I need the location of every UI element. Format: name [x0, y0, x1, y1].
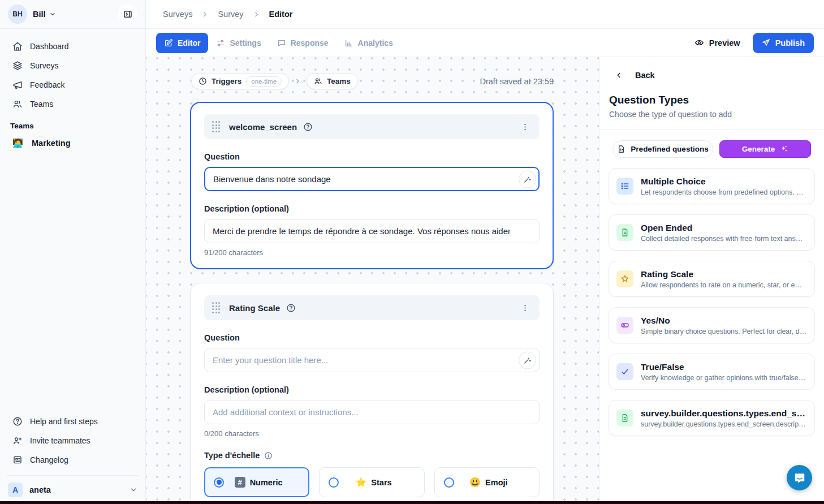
radio-unselected[interactable]	[329, 477, 339, 488]
scale-option-numeric[interactable]: # Numeric	[204, 467, 309, 497]
user-name[interactable]: Bill	[33, 10, 46, 19]
chat-bubble-icon	[277, 38, 286, 48]
sidebar-item-feedback[interactable]: Feedback	[7, 75, 139, 94]
scale-option-stars[interactable]: ⭐ Stars	[319, 467, 424, 497]
preview-button[interactable]: Preview	[694, 38, 740, 48]
triggers-label: Triggers	[212, 77, 241, 85]
hash-keycap-icon: #	[235, 477, 245, 488]
generate-button[interactable]: Generate	[719, 140, 811, 158]
tab-settings[interactable]: Settings	[208, 33, 269, 53]
sidebar-item-teams[interactable]: Teams	[7, 94, 139, 114]
description-label: Description (optional)	[204, 385, 540, 394]
question-card-welcome-screen[interactable]: welcome_screen Question Description (opt…	[190, 102, 554, 269]
sidebar-item-label: Help and first steps	[30, 417, 98, 426]
pencil-square-icon	[164, 38, 173, 48]
question-description-input[interactable]	[204, 400, 540, 424]
tab-response[interactable]: Response	[269, 33, 336, 53]
question-label: Question	[204, 152, 540, 161]
scale-option-label: Stars	[371, 478, 391, 487]
char-count: 91/200 characters	[204, 248, 540, 257]
question-type-title: Multiple Choice	[641, 176, 807, 187]
tab-analytics[interactable]: Analytics	[336, 33, 401, 53]
sidebar-collapse-button[interactable]	[118, 5, 137, 24]
chevron-down-icon	[130, 486, 137, 494]
radio-unselected[interactable]	[444, 477, 454, 488]
tab-label: Settings	[230, 38, 261, 48]
breadcrumb-surveys[interactable]: Surveys	[163, 10, 192, 19]
users-icon	[12, 99, 23, 109]
bar-chart-icon	[344, 38, 353, 48]
question-card-rating-scale[interactable]: Rating Scale Question Description (optio…	[190, 283, 554, 504]
back-label: Back	[635, 71, 655, 80]
sidebar-item-help[interactable]: Help and first steps	[7, 412, 139, 431]
question-card-title: welcome_screen	[229, 122, 297, 132]
question-title-input[interactable]	[204, 167, 540, 191]
question-description-input[interactable]	[204, 219, 540, 243]
teams-chip-label: Teams	[327, 77, 351, 85]
breadcrumb-survey[interactable]: Survey	[218, 10, 243, 19]
description-label: Description (optional)	[204, 204, 540, 213]
sidebar-item-changelog[interactable]: Changelog	[7, 450, 139, 469]
panel-subtitle: Choose the type of question to add	[609, 110, 815, 119]
scale-option-emoji[interactable]: 😃 Emoji	[434, 467, 540, 497]
publish-button[interactable]: Publish	[753, 33, 814, 53]
document-code-icon	[617, 145, 625, 153]
question-card-header[interactable]: Rating Scale	[204, 295, 540, 320]
question-types-panel: Back Question Types Choose the type of q…	[599, 57, 824, 504]
org-switcher[interactable]: A aneta	[0, 476, 145, 504]
question-type-title: True/False	[641, 362, 807, 372]
chat-launcher-button[interactable]	[787, 465, 812, 490]
toggle-icon	[616, 317, 633, 334]
info-icon[interactable]	[264, 451, 273, 460]
sidebar-item-invite[interactable]: Invite teammates	[7, 431, 139, 450]
help-circle-icon	[12, 416, 23, 427]
question-type-open-ended[interactable]: Open Ended Collect detailed responses wi…	[609, 214, 815, 251]
user-plus-icon	[12, 436, 23, 446]
layers-icon	[12, 61, 23, 71]
triggers-chip[interactable]: Triggers one-time	[191, 73, 289, 89]
divider	[599, 130, 824, 130]
help-circle-icon[interactable]	[286, 303, 296, 313]
question-type-multiple-choice[interactable]: Multiple Choice Let respondents choose f…	[609, 168, 815, 204]
question-type-title: survey.builder.questions.types.end_scr..…	[641, 408, 807, 419]
kebab-menu-icon[interactable]	[519, 301, 532, 315]
ai-wand-button[interactable]	[519, 170, 536, 188]
question-type-title: Open Ended	[641, 223, 807, 233]
question-card-header[interactable]: welcome_screen	[204, 114, 540, 139]
tab-label: Analytics	[358, 38, 393, 48]
sidebar-item-marketing[interactable]: 🧑‍💻 Marketing	[7, 133, 139, 153]
home-icon	[12, 41, 23, 51]
star-emoji-icon: ⭐	[355, 477, 366, 488]
panel-collapse-icon	[123, 9, 133, 19]
preview-label: Preview	[709, 38, 740, 48]
generate-label: Generate	[742, 145, 775, 153]
kebab-menu-icon[interactable]	[519, 120, 532, 133]
question-type-rating-scale[interactable]: Rating Scale Allow respondents to rate o…	[609, 261, 815, 297]
avatar[interactable]: BH	[8, 5, 27, 24]
predefined-questions-button[interactable]: Predefined questions	[612, 140, 713, 158]
sidebar-item-label: Surveys	[30, 61, 59, 70]
breadcrumb: Surveys Survey Editor	[146, 0, 824, 29]
tab-editor[interactable]: Editor	[156, 33, 208, 53]
help-circle-icon[interactable]	[303, 122, 313, 132]
eye-icon	[694, 38, 704, 48]
team-name: Marketing	[32, 139, 71, 148]
drag-handle-icon[interactable]	[212, 121, 220, 132]
question-type-end-screen[interactable]: survey.builder.questions.types.end_scr..…	[609, 400, 815, 436]
breadcrumb-editor: Editor	[269, 10, 293, 19]
back-button[interactable]: Back	[609, 71, 815, 80]
send-icon	[762, 38, 770, 47]
chevron-right-icon	[253, 11, 260, 18]
teams-chip[interactable]: Teams	[307, 73, 358, 89]
newspaper-icon	[12, 455, 23, 465]
question-type-true-false[interactable]: True/False Verify knowledge or gather op…	[609, 354, 815, 390]
radio-selected[interactable]	[214, 477, 224, 488]
sidebar-item-label: Teams	[30, 100, 53, 109]
ai-wand-button[interactable]	[519, 351, 536, 369]
question-title-input[interactable]	[204, 348, 540, 372]
question-type-desc: Let respondents choose from predefined o…	[641, 188, 807, 196]
drag-handle-icon[interactable]	[212, 302, 220, 313]
question-type-yes-no[interactable]: Yes/No Simple binary choice questions. P…	[609, 307, 815, 343]
sidebar-item-dashboard[interactable]: Dashboard	[7, 37, 139, 56]
sidebar-item-surveys[interactable]: Surveys	[7, 56, 139, 75]
